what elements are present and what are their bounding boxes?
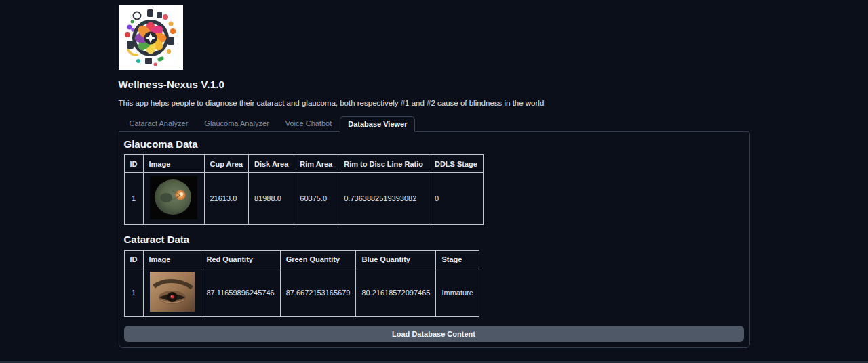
tab-cataract-analyzer[interactable]: Cataract Analyzer <box>121 116 197 131</box>
load-database-button[interactable]: Load Database Content <box>124 326 744 342</box>
column-header-image: Image <box>143 155 204 173</box>
column-header-disk-area: Disk Area <box>249 155 294 173</box>
page-title: Wellness-Nexus V.1.0 <box>119 79 750 90</box>
cell-green-quantity: 87.6672153165679 <box>280 268 356 317</box>
column-header-rim-to-disc-line-ratio: Rim to Disc Line Ratio <box>338 155 429 173</box>
glaucoma-table: ID Image Cup Area Disk Area Rim Area Rim… <box>124 154 484 225</box>
retinal-fundus-image <box>150 176 197 219</box>
cell-id: 1 <box>124 268 143 317</box>
tab-database-viewer[interactable]: Database Viewer <box>340 116 415 132</box>
eye-closeup-image <box>150 272 195 312</box>
cell-blue-quantity: 80.21618572097465 <box>356 268 436 317</box>
tab-bar: Cataract Analyzer Glaucoma Analyzer Voic… <box>119 116 750 131</box>
cell-ddls-stage: 0 <box>429 173 483 225</box>
column-header-cup-area: Cup Area <box>204 155 249 173</box>
cell-id: 1 <box>124 173 143 225</box>
database-viewer-panel: Glaucoma Data ID Image Cup Area Disk Are… <box>119 131 750 348</box>
column-header-stage: Stage <box>436 251 479 268</box>
cell-disk-area: 81988.0 <box>249 173 294 225</box>
app-container: Wellness-Nexus V.1.0 This app helps peop… <box>119 0 750 348</box>
tab-voice-chatbot[interactable]: Voice Chatbot <box>277 116 340 131</box>
column-header-ddls-stage: DDLS Stage <box>429 155 483 173</box>
cell-rim-to-disc-line-ratio: 0.7363882519393082 <box>338 173 429 225</box>
cataract-table: ID Image Red Quantity Green Quantity Blu… <box>124 250 479 317</box>
tab-glaucoma-analyzer[interactable]: Glaucoma Analyzer <box>196 116 277 131</box>
column-header-id: ID <box>124 155 143 173</box>
glaucoma-section-heading: Glaucoma Data <box>124 138 744 150</box>
cataract-header-row: ID Image Red Quantity Green Quantity Blu… <box>124 251 479 268</box>
cell-image <box>143 268 201 317</box>
column-header-blue-quantity: Blue Quantity <box>356 251 436 268</box>
glaucoma-table-row: 1 <box>124 173 483 225</box>
app-page: Wellness-Nexus V.1.0 This app helps peop… <box>0 0 868 363</box>
app-logo <box>119 5 183 70</box>
cell-image <box>143 173 204 225</box>
cell-cup-area: 21613.0 <box>204 173 249 225</box>
cell-stage: Immature <box>436 268 479 317</box>
cell-red-quantity: 87.11659896245746 <box>201 268 280 317</box>
column-header-image: Image <box>143 251 201 268</box>
column-header-red-quantity: Red Quantity <box>201 251 280 268</box>
cell-rim-area: 60375.0 <box>294 173 338 225</box>
cataract-section-heading: Cataract Data <box>124 234 744 245</box>
cataract-table-row: 1 <box>124 268 479 317</box>
app-description: This app helps people to diagnose their … <box>119 99 750 107</box>
column-header-id: ID <box>124 251 143 268</box>
wellness-wheel-logo-icon <box>119 5 183 70</box>
glaucoma-header-row: ID Image Cup Area Disk Area Rim Area Rim… <box>124 155 483 173</box>
column-header-green-quantity: Green Quantity <box>280 251 356 268</box>
column-header-rim-area: Rim Area <box>294 155 338 173</box>
